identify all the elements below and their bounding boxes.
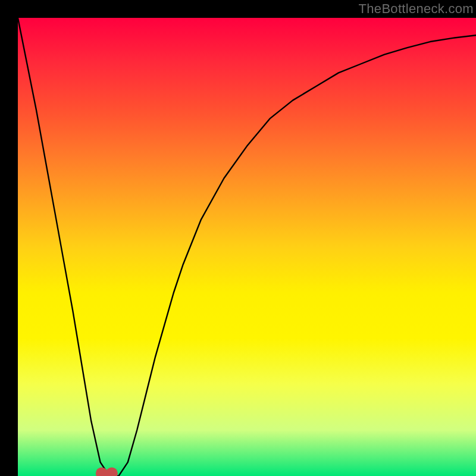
chart-frame: TheBottleneck.com (0, 0, 476, 476)
marker-point (106, 467, 118, 476)
curve-line (18, 18, 476, 476)
marker-point (96, 467, 108, 476)
chart-svg (0, 0, 476, 476)
